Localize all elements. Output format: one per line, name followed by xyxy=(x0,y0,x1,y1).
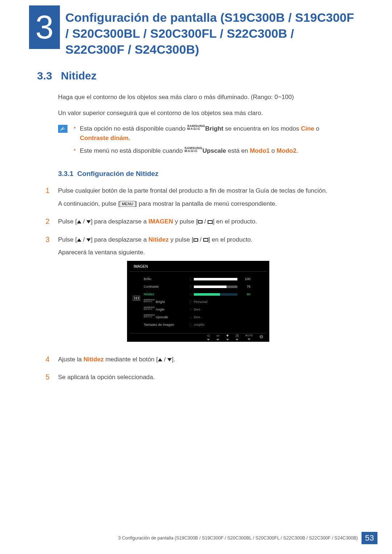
osd-power-icon: ⏻ xyxy=(260,335,263,340)
osd-row: Nitidez:60 xyxy=(144,291,264,298)
osd-auto-label: AUTO xyxy=(245,334,253,338)
note-icon xyxy=(58,125,68,133)
source-key-icon xyxy=(198,220,203,223)
step-number: 4 xyxy=(44,355,52,368)
osd-enter-icon: ◳ xyxy=(236,333,239,338)
osd-plus-icon: ✚ xyxy=(226,333,229,338)
step-2-text: Pulse [ / ] para desplazarse a IMAGEN y … xyxy=(58,217,348,226)
osd-footer: ◁ ▭ ✚ ◳ AUTO ⏻ xyxy=(130,333,266,341)
down-arrow-icon xyxy=(167,358,172,361)
osd-row-label: SAMSUNGMAGIC Angle xyxy=(144,307,190,312)
step-5-text: Se aplicará la opción seleccionada. xyxy=(58,373,348,382)
osd-row: SAMSUNGMAGIC Bright:Personal xyxy=(144,298,264,306)
step-5: 5 Se aplicará la opción seleccionada. xyxy=(44,373,348,386)
step-4: 4 Ajuste la Nitidez mediante el botón [ … xyxy=(44,355,348,368)
step-number: 2 xyxy=(44,217,52,230)
step-3: 3 Pulse [ / ] para desplazarse a Nitidez… xyxy=(44,235,348,350)
osd-row-label: Tamaæo de imagen xyxy=(144,322,190,327)
osd-row-label: Nitidez xyxy=(144,292,190,297)
osd-row-value: Personal xyxy=(194,299,264,304)
page-footer: 3 Configuración de pantalla (S19C300B / … xyxy=(0,532,392,545)
up-arrow-icon xyxy=(77,220,81,223)
source-key-icon xyxy=(193,238,198,242)
step-number: 1 xyxy=(44,186,52,212)
step-4-text: Ajuste la Nitidez mediante el botón [ / … xyxy=(58,355,348,364)
osd-row-label: Contraste xyxy=(144,284,190,289)
note-item-1: Esta opción no está disponible cuando SA… xyxy=(74,124,348,143)
osd-row-label: SAMSUNGMAGIC Bright xyxy=(144,299,190,304)
chapter-number-badge: 3 xyxy=(29,5,60,49)
osd-row-value: 75 xyxy=(194,284,264,289)
osd-row: Contraste:75 xyxy=(144,283,264,291)
step-number: 3 xyxy=(44,235,52,350)
step-1-line-1: Pulse cualquier botón de la parte fronta… xyxy=(58,186,348,196)
osd-category-icon xyxy=(133,296,140,301)
osd-title: IMAGEN xyxy=(130,263,266,272)
intro-paragraph-2: Un valor superior conseguirá que el cont… xyxy=(58,108,348,118)
note-callout: Esta opción no está disponible cuando SA… xyxy=(58,124,348,159)
menu-key-icon: MENU xyxy=(120,201,135,207)
osd-row-value: Des. xyxy=(194,307,264,312)
down-arrow-icon xyxy=(86,220,91,223)
osd-row: SAMSUNGMAGIC Upscale:Des. xyxy=(144,313,264,321)
osd-row-value: Amplio xyxy=(194,322,264,327)
step-3-line-1: Pulse [ / ] para desplazarse a Nitidez y… xyxy=(58,235,348,245)
osd-back-icon: ◁ xyxy=(207,333,209,338)
osd-row: Tamaæo de imagen:Amplio xyxy=(144,321,264,329)
up-arrow-icon xyxy=(77,238,81,242)
section-title: Nitidez xyxy=(61,70,97,82)
up-arrow-icon xyxy=(158,358,162,361)
section-number: 3.3 xyxy=(37,70,52,82)
osd-row-value: 100 xyxy=(194,276,264,282)
osd-menu: IMAGEN Brillo:100Contraste:75Nitidez:60S… xyxy=(127,261,269,342)
enter-key-icon xyxy=(208,220,213,224)
chapter-title: Configuración de pantalla (S19C300B / S1… xyxy=(65,9,356,58)
step-2: 2 Pulse [ / ] para desplazarse a IMAGEN … xyxy=(44,217,348,230)
step-1-line-2: A continuación, pulse [MENU] para mostra… xyxy=(58,199,348,209)
osd-row-label: Brillo xyxy=(144,276,190,282)
enter-key-icon xyxy=(203,238,208,242)
osd-row-label: SAMSUNGMAGIC Upscale xyxy=(144,314,190,320)
step-number: 5 xyxy=(44,373,52,386)
note-item-2: Este menú no está disponible cuando SAMS… xyxy=(74,146,348,156)
osd-minus-icon: ▭ xyxy=(216,333,220,338)
osd-row: Brillo:100 xyxy=(144,275,264,283)
intro-paragraph-1: Haga que el contorno de los objetos sea … xyxy=(58,93,348,102)
section-heading: 3.3 Nitidez xyxy=(37,70,97,82)
subsection-heading: 3.3.1 Configuración de Nitidez xyxy=(58,169,348,179)
osd-row-value: Des. xyxy=(194,315,264,320)
down-arrow-icon xyxy=(86,238,91,242)
step-3-line-2: Aparecerá la ventana siguiente. xyxy=(58,248,348,257)
footer-text: 3 Configuración de pantalla (S19C300B / … xyxy=(118,535,358,541)
step-1: 1 Pulse cualquier botón de la parte fron… xyxy=(44,186,348,212)
page-number: 53 xyxy=(362,532,377,544)
osd-row: SAMSUNGMAGIC Angle:Des. xyxy=(144,306,264,313)
osd-row-value: 60 xyxy=(194,292,264,297)
